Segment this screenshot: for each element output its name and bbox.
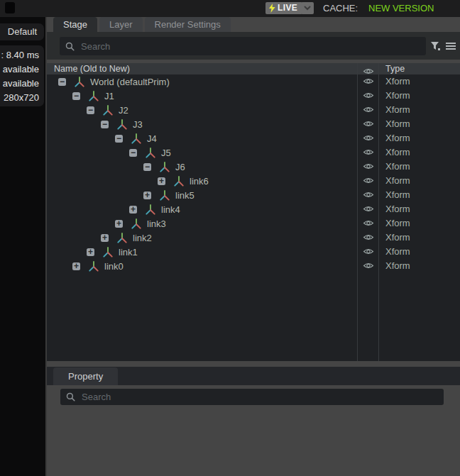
stat-resolution: 280x720 [0,92,39,103]
live-sync-button[interactable]: LIVE [265,2,302,14]
cache-label: CACHE: [323,0,358,17]
property-search-field[interactable] [60,389,444,405]
tree-header-row: Name (Old to New) Type [47,63,460,74]
prim-type: Xform [385,74,410,89]
tree-row[interactable]: link5 Xform [47,188,460,202]
expand-toggle[interactable] [101,234,109,242]
visibility-eye-icon[interactable] [363,233,374,241]
collapse-toggle[interactable] [101,121,109,128]
cache-status-badge: NEW VERSION DETECTED [368,0,460,17]
viewport-profile-button[interactable]: Default [0,23,44,40]
filter-button[interactable] [429,40,442,52]
prim-name: link5 [175,190,195,201]
visibility-eye-icon[interactable] [363,92,374,99]
xform-icon [131,218,142,230]
collapse-toggle[interactable] [58,78,66,86]
prim-name: World (defaultPrim) [90,77,170,87]
stage-tab-bar: Stage Layer Render Settings [47,17,460,32]
tree-row[interactable]: World (defaultPrim) Xform [47,74,460,89]
prim-name: J4 [147,133,157,144]
visibility-eye-icon[interactable] [363,191,374,199]
prim-name: J3 [133,119,143,130]
tree-row[interactable]: link0 Xform [47,259,460,273]
stat-frame-time: : 8.40 ms [0,50,39,60]
visibility-eye-icon[interactable] [363,148,374,156]
prim-name: J2 [119,105,128,116]
live-label: LIVE [278,2,297,14]
prim-name: link0 [104,261,124,272]
expand-toggle[interactable] [158,177,165,185]
tree-row[interactable]: link1 Xform [47,245,460,259]
collapse-toggle[interactable] [129,149,137,157]
live-dropdown-button[interactable] [301,2,314,14]
stat-line: available [0,78,39,89]
collapse-toggle[interactable] [87,106,94,114]
xform-icon [145,147,156,159]
tree-row[interactable]: link3 Xform [47,216,460,231]
collapse-toggle[interactable] [143,163,151,171]
xform-icon [145,204,156,216]
column-header-name[interactable]: Name (Old to New) [54,63,130,74]
xform-icon [88,90,99,102]
prim-name: J5 [161,148,171,158]
tree-row[interactable]: J3 Xform [47,117,460,131]
funnel-icon [430,41,441,51]
prim-type: Xform [385,145,410,160]
tab-layer[interactable]: Layer [99,17,143,32]
prim-name: link3 [147,218,166,229]
visibility-eye-icon[interactable] [363,106,374,114]
xform-icon [116,232,128,244]
xform-icon [159,189,170,201]
prim-type: Xform [385,259,410,273]
prim-type: Xform [385,103,410,117]
prim-type: Xform [385,202,410,216]
collapse-toggle[interactable] [72,92,80,100]
stage-search-input[interactable] [80,40,426,52]
tree-row[interactable]: J4 Xform [47,131,460,145]
visibility-eye-icon[interactable] [363,205,374,213]
tab-property[interactable]: Property [53,367,118,385]
visibility-eye-icon[interactable] [363,120,374,128]
tree-row[interactable]: J2 Xform [47,103,460,117]
stage-search-field[interactable] [60,37,426,55]
property-tab-bar: Property [47,367,460,385]
expand-toggle[interactable] [115,220,123,228]
prim-name: link1 [119,247,138,258]
prim-name: J6 [175,162,185,172]
tree-row[interactable]: J6 Xform [47,160,460,174]
expand-toggle[interactable] [129,206,137,214]
xform-icon [131,133,142,145]
collapse-toggle[interactable] [115,135,123,143]
top-bar: LIVE CACHE: NEW VERSION DETECTED [0,0,460,17]
visibility-eye-icon[interactable] [363,248,374,255]
panel-splitter[interactable] [47,361,460,367]
tree-row[interactable]: J5 Xform [47,145,460,160]
tree-row[interactable]: link4 Xform [47,202,460,216]
xform-icon [116,118,128,131]
xform-icon [102,104,114,116]
property-search-input[interactable] [80,391,444,403]
tab-stage[interactable]: Stage [53,17,97,32]
visibility-eye-icon[interactable] [363,177,374,184]
column-divider [378,63,379,361]
stat-line: available [0,64,39,74]
prim-type: Xform [385,188,410,202]
tree-row[interactable]: link2 Xform [47,231,460,245]
stage-search-row [47,32,460,60]
tree-row[interactable]: link6 Xform [47,174,460,188]
prim-name: link2 [133,233,152,243]
options-menu-button[interactable] [444,41,457,51]
visibility-eye-icon[interactable] [363,77,374,85]
prim-type: Xform [385,131,410,145]
visibility-eye-icon[interactable] [363,134,374,142]
expand-toggle[interactable] [143,192,151,199]
search-icon [65,42,75,51]
tab-render-settings[interactable]: Render Settings [145,17,231,32]
tree-row[interactable]: J1 Xform [47,89,460,103]
expand-toggle[interactable] [72,262,80,270]
property-panel [47,385,460,476]
expand-toggle[interactable] [87,248,94,256]
visibility-eye-icon[interactable] [363,162,374,170]
visibility-eye-icon[interactable] [363,262,374,270]
visibility-eye-icon[interactable] [363,219,374,227]
